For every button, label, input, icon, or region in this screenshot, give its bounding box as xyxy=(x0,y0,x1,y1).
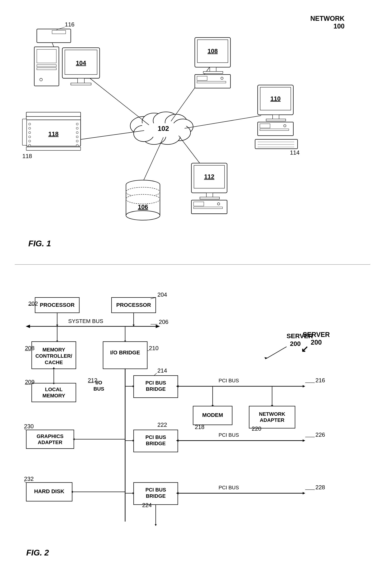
svg-line-203 xyxy=(266,347,287,359)
svg-point-83 xyxy=(76,123,78,125)
svg-text:118: 118 xyxy=(23,153,32,159)
svg-point-39 xyxy=(221,77,223,79)
svg-rect-69 xyxy=(194,202,204,206)
svg-text:206: 206 xyxy=(159,319,168,325)
svg-point-88 xyxy=(76,144,78,146)
svg-text:PCI BUS: PCI BUS xyxy=(145,380,166,386)
fig2-area: SERVER 200 ↙ PROCESSOR 202 PROCESSOR 204… xyxy=(15,276,370,579)
svg-text:CACHE: CACHE xyxy=(45,359,63,365)
svg-text:218: 218 xyxy=(195,424,204,430)
svg-point-84 xyxy=(76,127,78,129)
svg-rect-76 xyxy=(26,147,81,150)
svg-text:226: 226 xyxy=(316,432,325,438)
svg-rect-24 xyxy=(37,65,56,67)
svg-rect-40 xyxy=(197,81,226,83)
svg-text:MEMORY: MEMORY xyxy=(43,347,65,353)
svg-point-61 xyxy=(126,194,160,204)
svg-rect-28 xyxy=(52,30,66,34)
svg-text:MEMORY: MEMORY xyxy=(43,393,65,399)
svg-line-13 xyxy=(185,116,261,128)
svg-text:104: 104 xyxy=(76,60,86,66)
svg-point-79 xyxy=(29,132,31,134)
svg-text:BUS: BUS xyxy=(93,386,104,392)
fig1-svg: 102 104 xyxy=(15,11,370,264)
svg-text:I/O BRIDGE: I/O BRIDGE xyxy=(110,349,140,356)
svg-text:210: 210 xyxy=(149,345,159,351)
svg-point-26 xyxy=(40,78,43,81)
svg-rect-66 xyxy=(206,193,213,198)
svg-rect-173 xyxy=(26,430,74,449)
svg-text:200: 200 xyxy=(290,340,301,347)
svg-line-141 xyxy=(154,373,157,376)
svg-marker-145 xyxy=(303,385,305,387)
svg-rect-25 xyxy=(37,68,56,70)
svg-text:110: 110 xyxy=(271,95,280,102)
svg-text:PCI BUS: PCI BUS xyxy=(219,378,239,383)
svg-text:SERVER: SERVER xyxy=(287,332,313,339)
svg-point-81 xyxy=(29,140,31,142)
svg-rect-38 xyxy=(197,76,207,81)
svg-text:LOCAL: LOCAL xyxy=(45,387,63,392)
svg-text:112: 112 xyxy=(204,173,214,180)
svg-rect-44 xyxy=(272,115,279,120)
svg-text:216: 216 xyxy=(316,377,325,384)
svg-text:FIG. 1: FIG. 1 xyxy=(28,239,51,248)
svg-point-77 xyxy=(29,123,31,125)
svg-text:PROCESSOR: PROCESSOR xyxy=(40,302,74,308)
svg-text:GRAPHICS: GRAPHICS xyxy=(37,433,64,439)
svg-text:102: 102 xyxy=(158,125,169,132)
svg-text:108: 108 xyxy=(207,48,218,54)
svg-text:PCI BUS: PCI BUS xyxy=(145,434,166,440)
svg-point-48 xyxy=(284,125,286,127)
svg-point-59 xyxy=(126,211,160,220)
svg-rect-20 xyxy=(78,78,84,84)
svg-text:208: 208 xyxy=(25,345,34,351)
svg-rect-50 xyxy=(255,139,298,149)
svg-text:118: 118 xyxy=(48,130,59,137)
svg-point-70 xyxy=(217,203,220,205)
svg-text:NETWORK: NETWORK xyxy=(259,411,285,417)
fig2-svg: PROCESSOR 202 PROCESSOR 204 SYSTEM BUS 2… xyxy=(15,276,370,579)
svg-text:CONTROLLER/: CONTROLLER/ xyxy=(35,353,72,359)
svg-rect-49 xyxy=(260,129,289,130)
svg-point-85 xyxy=(76,132,78,134)
page: NETWORK 100 102 xyxy=(0,0,385,588)
svg-line-29 xyxy=(52,43,54,47)
svg-text:106: 106 xyxy=(138,204,148,210)
svg-text:PCI BUS: PCI BUS xyxy=(219,432,239,438)
svg-marker-193 xyxy=(155,524,157,526)
svg-text:204: 204 xyxy=(158,292,167,298)
svg-text:222: 222 xyxy=(158,422,167,428)
svg-text:HARD DISK: HARD DISK xyxy=(34,488,64,494)
svg-point-80 xyxy=(29,136,31,138)
svg-text:PCI BUS: PCI BUS xyxy=(219,485,239,490)
svg-rect-74 xyxy=(26,112,81,116)
svg-text:BRIDGE: BRIDGE xyxy=(146,386,166,392)
svg-text:202: 202 xyxy=(28,300,38,307)
fig1-area: NETWORK 100 102 xyxy=(15,11,370,265)
svg-text:232: 232 xyxy=(24,476,34,482)
svg-text:ADAPTER: ADAPTER xyxy=(260,417,284,423)
svg-text:214: 214 xyxy=(158,367,167,374)
svg-rect-23 xyxy=(37,49,56,63)
svg-rect-71 xyxy=(194,207,223,209)
svg-text:FIG. 2: FIG. 2 xyxy=(26,548,49,557)
svg-rect-67 xyxy=(200,197,219,199)
svg-line-11 xyxy=(88,77,149,125)
svg-point-86 xyxy=(76,136,78,138)
svg-marker-168 xyxy=(303,440,305,442)
svg-text:224: 224 xyxy=(142,502,152,508)
svg-marker-187 xyxy=(303,492,305,494)
svg-rect-36 xyxy=(203,71,223,74)
svg-text:228: 228 xyxy=(316,484,325,491)
svg-point-78 xyxy=(29,127,31,129)
svg-text:230: 230 xyxy=(24,423,34,430)
svg-rect-35 xyxy=(210,67,216,72)
svg-rect-47 xyxy=(260,124,270,128)
svg-text:ADAPTER: ADAPTER xyxy=(38,440,62,445)
svg-rect-45 xyxy=(266,119,286,121)
svg-text:BRIDGE: BRIDGE xyxy=(146,493,166,499)
svg-marker-105 xyxy=(156,325,160,328)
svg-text:PROCESSOR: PROCESSOR xyxy=(116,302,151,308)
svg-text:MODEM: MODEM xyxy=(202,412,223,418)
